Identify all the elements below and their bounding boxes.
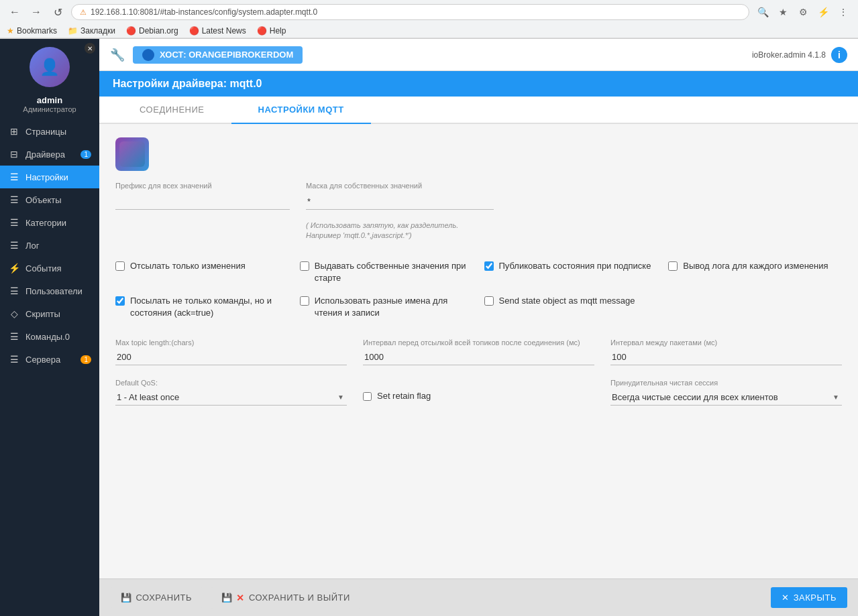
security-icon: ⚠ bbox=[80, 8, 87, 17]
prefix-mask-row: Префикс для всех значений Маска для собс… bbox=[115, 182, 842, 241]
top-bar-right: ioBroker.admin 4.1.8 i bbox=[752, 47, 847, 63]
input-fields-row: Max topic length:(chars) Интервал перед … bbox=[115, 338, 842, 365]
exit-x-icon: ✕ bbox=[236, 593, 245, 603]
log-icon: ☰ bbox=[8, 240, 20, 251]
publish-subscribe-label: Публиковать состояния при подписке bbox=[499, 260, 651, 272]
mask-input[interactable] bbox=[306, 194, 494, 210]
sidebar-item-pages[interactable]: ⊞ Страницы bbox=[0, 120, 99, 143]
help-site-icon: 🔴 bbox=[257, 26, 267, 36]
sidebar-role: Администратор bbox=[5, 105, 94, 113]
interval-between-input[interactable] bbox=[610, 349, 842, 365]
search-icon-btn[interactable]: 🔍 bbox=[755, 4, 771, 20]
send-states-label: Посылать не только команды, но и состоян… bbox=[130, 295, 289, 319]
bookmark-bookmarks[interactable]: ★ Bookmarks bbox=[7, 26, 57, 36]
sidebar-item-categories[interactable]: ☰ Категории bbox=[0, 211, 99, 234]
retain-checkbox[interactable] bbox=[363, 392, 372, 401]
users-icon: ☰ bbox=[8, 286, 20, 296]
sidebar-item-users[interactable]: ☰ Пользователи bbox=[0, 280, 99, 302]
checkbox-send-states: Посылать не только команды, но и состоян… bbox=[115, 290, 289, 324]
settings-icon: ☰ bbox=[8, 172, 20, 182]
debian-icon: 🔴 bbox=[126, 26, 136, 36]
interval-before-input[interactable] bbox=[363, 349, 594, 365]
extensions-icon-btn[interactable]: ⚙ bbox=[795, 4, 811, 20]
sidebar-item-commands[interactable]: ☰ Команды.0 bbox=[0, 325, 99, 348]
own-values-start-checkbox[interactable] bbox=[300, 261, 309, 271]
checkbox-publish-on-subscribe: Публиковать состояния при подписке bbox=[484, 255, 658, 290]
qos-row: Default QoS: 0 - At most once 1 - At lea… bbox=[115, 379, 842, 406]
retain-group: Set retain flag bbox=[363, 390, 594, 405]
sidebar-item-objects[interactable]: ☰ Объекты bbox=[0, 188, 99, 211]
bookmark-zakl[interactable]: 📁 Закладки bbox=[68, 26, 115, 36]
menu-icon-btn[interactable]: ⋮ bbox=[835, 4, 851, 20]
clean-session-label: Принудительная чистая сессия bbox=[610, 379, 842, 387]
browser-toolbar: ← → ↺ ⚠ 192.168.1.10:8081/#tab-instances… bbox=[0, 0, 858, 24]
forward-button[interactable]: → bbox=[28, 4, 44, 20]
drivers-badge: 1 bbox=[81, 150, 91, 159]
checkbox-log-each-change: Вывод лога для каждого изменения bbox=[668, 255, 842, 290]
avatar: 👤 bbox=[30, 47, 70, 87]
max-topic-group: Max topic length:(chars) bbox=[115, 338, 347, 365]
driver-icon-inner bbox=[119, 141, 145, 167]
tab-mqtt-settings[interactable]: НАСТРОЙКИ MQTT bbox=[231, 97, 371, 124]
sidebar-item-servers[interactable]: ☰ Сервера 1 bbox=[0, 348, 99, 371]
qos-group: Default QoS: 0 - At most once 1 - At lea… bbox=[115, 379, 347, 406]
sidebar-item-scripts[interactable]: ◇ Скрипты bbox=[0, 302, 99, 325]
scripts-icon: ◇ bbox=[8, 308, 20, 319]
max-topic-input[interactable] bbox=[115, 349, 347, 365]
sidebar-item-log[interactable]: ☰ Лог bbox=[0, 234, 99, 257]
driver-icon bbox=[115, 137, 149, 171]
close-button[interactable]: ✕ ЗАКРЫТЬ bbox=[771, 587, 847, 608]
bottom-bar: 💾 СОХРАНИТЬ 💾 ✕ СОХРАНИТЬ И ВЫЙТИ ✕ ЗАКР… bbox=[99, 578, 858, 616]
save-button[interactable]: 💾 СОХРАНИТЬ bbox=[110, 587, 203, 608]
sidebar-header: ✕ 👤 bbox=[0, 39, 99, 93]
bookmark-icon-btn[interactable]: ★ bbox=[775, 4, 791, 20]
qos-select[interactable]: 0 - At most once 1 - At least once 2 - E… bbox=[115, 389, 347, 405]
page-title: Настройки драйвера: mqtt.0 bbox=[113, 78, 262, 89]
reload-button[interactable]: ↺ bbox=[50, 4, 66, 20]
sidebar-item-settings[interactable]: ☰ Настройки bbox=[0, 166, 99, 188]
prefix-input[interactable] bbox=[115, 194, 290, 210]
only-changes-label: Отсылать только изменения bbox=[130, 260, 246, 272]
bookmark-news[interactable]: 🔴 Latest News bbox=[189, 26, 246, 36]
log-changes-checkbox[interactable] bbox=[668, 261, 678, 271]
send-state-object-checkbox[interactable] bbox=[484, 296, 494, 306]
address-bar[interactable]: ⚠ 192.168.1.10:8081/#tab-instances/confi… bbox=[71, 4, 749, 20]
star-icon: ★ bbox=[7, 26, 14, 36]
mask-hint: ( Использовать запятую, как разделитель.… bbox=[306, 221, 494, 241]
clean-session-select-wrapper: Всегда чистые сессии для всех клиентов Н… bbox=[610, 389, 842, 406]
sidebar-close-button[interactable]: ✕ bbox=[85, 43, 95, 54]
checkbox-only-changes: Отсылать только изменения bbox=[115, 255, 289, 290]
address-text: 192.168.1.10:8081/#tab-instances/config/… bbox=[91, 7, 741, 17]
prefix-label: Префикс для всех значений bbox=[115, 182, 290, 190]
save-exit-button[interactable]: 💾 ✕ СОХРАНИТЬ И ВЫЙТИ bbox=[211, 587, 361, 609]
bookmark-debian[interactable]: 🔴 Debian.org bbox=[126, 26, 178, 36]
only-changes-checkbox[interactable] bbox=[115, 261, 125, 271]
clean-session-select[interactable]: Всегда чистые сессии для всех клиентов Н… bbox=[610, 389, 842, 405]
diff-names-checkbox[interactable] bbox=[300, 296, 309, 306]
back-button[interactable]: ← bbox=[7, 4, 23, 20]
info-icon[interactable]: i bbox=[831, 47, 847, 63]
bookmark-help[interactable]: 🔴 Help bbox=[257, 26, 286, 36]
qos-label: Default QoS: bbox=[115, 379, 347, 387]
sidebar-nav: ⊞ Страницы ⊟ Драйвера 1 ☰ Настройки ☰ Об… bbox=[0, 120, 99, 616]
mask-group: Маска для собственных значений ( Использ… bbox=[306, 182, 494, 241]
log-changes-label: Вывод лога для каждого изменения bbox=[683, 260, 828, 272]
interval-before-group: Интервал перед отсылкой всей топиков пос… bbox=[363, 338, 594, 365]
sidebar-user: admin Администратор bbox=[0, 93, 99, 120]
close-x-icon: ✕ bbox=[782, 593, 790, 603]
sidebar-item-events[interactable]: ⚡ События bbox=[0, 257, 99, 280]
events-icon: ⚡ bbox=[8, 263, 20, 273]
mask-label: Маска для собственных значений bbox=[306, 182, 494, 190]
profile-icon-btn[interactable]: ⚡ bbox=[815, 4, 831, 20]
checkbox-diff-names: Использовать разные имена для чтения и з… bbox=[300, 290, 474, 324]
sidebar: ✕ 👤 admin Администратор ⊞ Страницы ⊟ Дра… bbox=[0, 39, 99, 616]
tab-connection[interactable]: СОЕДИНЕНИЕ bbox=[113, 97, 231, 124]
send-states-checkbox[interactable] bbox=[115, 296, 125, 306]
servers-icon: ☰ bbox=[8, 354, 20, 365]
prefix-group: Префикс для всех значений bbox=[115, 182, 290, 210]
send-state-object-label: Send state object as mqtt message bbox=[499, 295, 635, 307]
commands-icon: ☰ bbox=[8, 331, 20, 342]
publish-subscribe-checkbox[interactable] bbox=[484, 261, 494, 271]
sidebar-item-drivers[interactable]: ⊟ Драйвера 1 bbox=[0, 143, 99, 166]
interval-between-label: Интервал между пакетами (мс) bbox=[610, 338, 842, 347]
